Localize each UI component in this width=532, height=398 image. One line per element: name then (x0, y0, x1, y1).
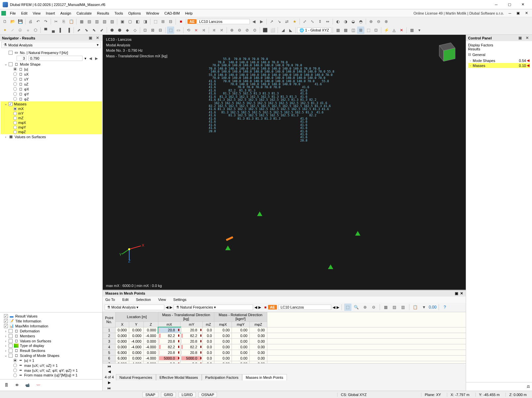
table-row[interactable]: 1 0.0000.0000.000 20.8▮ 20.8▮ 0.00.000.0… (103, 327, 466, 333)
modeshape-φY[interactable]: ◻φY (1, 91, 102, 96)
menu-window[interactable]: Window (143, 10, 162, 16)
col-y[interactable]: Y (129, 322, 143, 327)
tool-icon[interactable]: ▤ (391, 304, 398, 311)
next-icon[interactable]: ▶ (108, 380, 111, 385)
paste-icon[interactable]: 📋 (68, 18, 75, 25)
sms-opt-0[interactable]: ━|u| = 1 (1, 358, 102, 363)
next-icon[interactable]: ▶ (258, 305, 261, 310)
minimize-button[interactable]: ─ (490, 0, 503, 9)
tool-icon[interactable]: ◢ (279, 27, 287, 34)
menu-cad-bim[interactable]: CAD-BIM (162, 10, 182, 16)
menu-insert[interactable]: Insert (43, 10, 58, 16)
undock-icon[interactable]: ▣ (87, 36, 93, 40)
tool-icon[interactable]: ⊠ (149, 27, 156, 34)
delete-icon[interactable]: ✕ (398, 27, 405, 34)
tool-icon[interactable]: ▥ (93, 18, 100, 25)
tool-icon[interactable]: ▣ (119, 18, 126, 25)
prev-icon[interactable]: ◀ (108, 370, 111, 374)
first-icon[interactable]: ⏮ (107, 364, 111, 368)
tool-icon[interactable]: ⤭ (200, 27, 207, 34)
tool-icon[interactable]: ▀ (42, 27, 49, 34)
red-marker-icon[interactable]: ■ (177, 18, 185, 25)
tool-icon[interactable]: ◐ (334, 18, 342, 25)
menu-view[interactable]: View (30, 10, 43, 16)
modeshape-uZ[interactable]: ◻uZ (1, 82, 102, 86)
tool-icon[interactable]: ▨ (108, 18, 116, 25)
viewport-3d[interactable]: LC10 - Lanczos Modal Analysis Mode No. 3… (103, 35, 466, 290)
table-menu-selection[interactable]: Selection (136, 298, 151, 302)
tool-icon[interactable]: ⬊ (83, 27, 90, 34)
mass-mX[interactable]: mX (1, 106, 102, 111)
next-icon[interactable]: ▶ (170, 305, 172, 310)
tool-icon[interactable]: ⊖ (375, 18, 382, 25)
tool-icon[interactable]: ▼ (420, 304, 428, 311)
table-analysis-selector[interactable]: ⚗ Modal Analysis ▾ (105, 305, 164, 310)
deformation[interactable]: ›◻Deformation (1, 328, 102, 333)
values-on-surfaces[interactable]: ›▦ Values on Surfaces (1, 134, 102, 139)
tool-icon[interactable]: ◫ (349, 27, 357, 34)
menu-edit[interactable]: Edit (19, 10, 30, 16)
prev-lc-icon[interactable]: ◀ (250, 18, 257, 25)
open-icon[interactable]: 📂 (9, 18, 16, 25)
undock-icon[interactable]: ▣ (517, 36, 523, 40)
tool-icon[interactable]: ◇ (131, 27, 138, 34)
tool-icon[interactable]: ▦ (382, 304, 390, 311)
tool-icon[interactable]: ⬚ (152, 18, 159, 25)
mode-selector[interactable]: 3 0.790 ▾ ◀ ▶ (1, 55, 102, 62)
copy-icon[interactable]: ⎘ (60, 18, 67, 25)
tool-icon[interactable]: ▭ (175, 27, 182, 34)
balance-icon[interactable]: ⚖ (527, 384, 530, 388)
last-icon[interactable]: ⏭ (107, 386, 111, 390)
tool-icon[interactable]: ⟲ (185, 27, 192, 34)
close-panel-icon[interactable]: ✕ (460, 291, 463, 296)
tool-icon[interactable]: ⬡ (32, 27, 39, 34)
print-icon[interactable]: 🖨 (27, 18, 34, 25)
new-icon[interactable]: 🗋 (1, 18, 9, 25)
col-x[interactable]: X (116, 322, 129, 327)
prev-mode-icon[interactable]: ◀ (88, 56, 92, 61)
tool-icon[interactable]: ⬚ (365, 27, 372, 34)
undock-icon[interactable]: ▣ (455, 291, 458, 296)
col-mpx[interactable]: mφX (214, 322, 232, 327)
tool-icon[interactable]: ⇔ (324, 18, 331, 25)
close-panel-icon[interactable]: ✕ (524, 36, 530, 40)
lgrid-toggle[interactable]: LGRID (179, 392, 196, 397)
mass-mφX[interactable]: mφX (1, 120, 102, 125)
close-button[interactable]: ✕ (516, 0, 529, 9)
table-row[interactable]: 3 0.000-4.0000.000 20.8▮ 20.8▮ 0.00.000.… (103, 339, 466, 344)
modeshape-group[interactable]: ⌄◻ Mode Shape (1, 62, 102, 67)
table-menu-edit[interactable]: Edit (122, 298, 129, 302)
scaling-mode-shapes[interactable]: ⌄◻Scaling of Mode Shapes (1, 353, 102, 358)
modeshape-uX[interactable]: ◻uX (1, 72, 102, 77)
tool-icon[interactable]: ↗ (268, 18, 275, 25)
col-my[interactable]: mY (181, 322, 203, 327)
freq-row[interactable]: ▭ No. | Natural Frequency f [Hz] (1, 50, 102, 55)
help-icon[interactable]: ? (441, 304, 449, 311)
close-panel-icon[interactable]: ✕ (95, 36, 100, 40)
tool-icon[interactable]: ⇕ (316, 18, 324, 25)
table-grid[interactable]: Point No. Location [m] Mass - Translatio… (103, 312, 466, 363)
masses-group[interactable]: ⌄ Masses (1, 101, 102, 106)
tool-icon[interactable]: ▥ (399, 304, 407, 311)
type-of-display[interactable]: ›Type of display (1, 343, 102, 348)
prev-icon[interactable]: ◀ (166, 305, 168, 310)
mdi-max-icon[interactable]: ▣ (514, 10, 522, 16)
menu-calculate[interactable]: Calculate (74, 10, 94, 16)
tool-icon[interactable]: ◒ (349, 18, 357, 25)
star-icon[interactable]: ✦ (1, 27, 9, 34)
col-mx[interactable]: mX (158, 322, 181, 327)
tool-icon[interactable]: ◆ (124, 27, 131, 34)
tool-icon[interactable]: ⊖ (370, 304, 377, 311)
menu-tools[interactable]: Tools (112, 10, 126, 16)
tool-icon[interactable]: ⊘ (243, 27, 251, 34)
tool-icon[interactable]: ⬢ (108, 27, 116, 34)
vos-lower[interactable]: ›◻Values on Surfaces (1, 338, 102, 343)
tool-icon[interactable]: ▌ (57, 27, 65, 34)
tool-icon[interactable]: ▐ (65, 27, 72, 34)
next-lc-icon[interactable]: ▶ (258, 18, 265, 25)
members[interactable]: ›◻Members (1, 333, 102, 338)
prev-icon[interactable]: ◀ (333, 305, 335, 310)
coord-system-selector[interactable]: 🌐 1 - Global XYZ (297, 28, 331, 33)
tool-icon[interactable]: ⊗ (383, 18, 390, 25)
tool-icon[interactable]: ⬈ (75, 27, 82, 34)
